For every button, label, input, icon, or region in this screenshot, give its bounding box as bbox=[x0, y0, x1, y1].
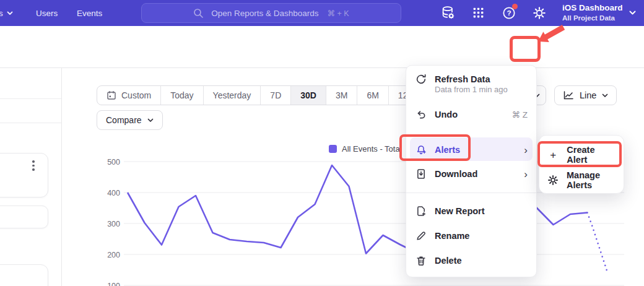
svg-text:500: 500 bbox=[107, 158, 120, 167]
menu-item-label: Create Alert bbox=[567, 145, 616, 165]
nav-item-events[interactable]: Events bbox=[77, 0, 102, 26]
refresh-icon bbox=[415, 74, 427, 85]
legend-swatch bbox=[329, 145, 337, 153]
svg-text:?: ? bbox=[507, 9, 511, 17]
pencil-icon bbox=[415, 230, 427, 241]
chart-type-button[interactable]: Line bbox=[554, 85, 617, 105]
chevron-down-icon bbox=[629, 11, 636, 15]
apps-grid-icon[interactable] bbox=[471, 6, 485, 20]
nav-item-users[interactable]: Users bbox=[36, 0, 58, 26]
data-management-icon[interactable] bbox=[441, 6, 455, 20]
date-range-3m[interactable]: 3M bbox=[326, 86, 357, 105]
menu-item-download[interactable]: Download › bbox=[406, 165, 536, 183]
undo-shortcut: ⌘ Z bbox=[512, 110, 528, 119]
nav-clipped-label: s bbox=[0, 9, 3, 18]
legend-label: All Events - Total bbox=[342, 144, 402, 154]
undo-icon bbox=[415, 109, 427, 120]
line-chart-icon bbox=[563, 90, 574, 100]
menu-item-label: Rename bbox=[435, 231, 469, 241]
search-shortcut: ⌘ + K bbox=[328, 9, 349, 18]
calendar-icon bbox=[107, 90, 116, 100]
kebab-menu-icon[interactable] bbox=[32, 160, 35, 171]
date-range-label: Yesterday bbox=[213, 90, 251, 100]
date-range-custom[interactable]: Custom bbox=[97, 86, 160, 105]
report-options-menu: Refresh Data Data from 1 min ago Undo ⌘ … bbox=[406, 65, 537, 277]
submenu-item-create-alert[interactable]: + Create Alert bbox=[539, 146, 624, 163]
date-range-label: 6M bbox=[367, 90, 378, 100]
chevron-down-icon bbox=[147, 118, 154, 123]
chevron-down-icon bbox=[7, 11, 13, 15]
nav-users-label: Users bbox=[36, 9, 58, 18]
menu-item-alerts[interactable]: Alerts › bbox=[406, 141, 536, 158]
menu-item-delete[interactable]: Delete bbox=[406, 252, 536, 269]
menu-item-label: Download bbox=[435, 169, 477, 179]
sidebar-card[interactable] bbox=[0, 206, 48, 228]
date-range-label: Today bbox=[170, 90, 193, 100]
help-icon[interactable]: ? bbox=[502, 6, 516, 20]
navbar-icon-group: ? bbox=[441, 6, 546, 20]
trash-icon bbox=[415, 255, 427, 266]
date-range-7d[interactable]: 7D bbox=[260, 86, 290, 105]
settings-gear-icon[interactable] bbox=[532, 6, 546, 20]
bell-plus-icon bbox=[415, 144, 427, 155]
date-range-label: 30D bbox=[300, 90, 316, 100]
compare-button[interactable]: Compare bbox=[97, 110, 163, 130]
date-range-label: 7D bbox=[270, 90, 281, 100]
chevron-down-icon bbox=[602, 93, 608, 98]
menu-divider bbox=[406, 193, 536, 193]
sidebar-divider bbox=[0, 123, 61, 123]
submenu-item-manage-alerts[interactable]: Manage Alerts bbox=[539, 171, 624, 189]
menu-item-label: New Report bbox=[435, 206, 485, 216]
sidebar-divider bbox=[0, 98, 61, 99]
date-range-label: 3M bbox=[336, 90, 347, 100]
date-range-label: Custom bbox=[121, 90, 151, 100]
svg-text:400: 400 bbox=[107, 189, 120, 197]
date-range-picker: Custom Today Yesterday 7D 30D 3M 6M 12M bbox=[97, 85, 425, 105]
project-scope: All Project Data bbox=[562, 14, 623, 22]
download-file-icon bbox=[415, 168, 427, 180]
chevron-right-icon: › bbox=[524, 169, 528, 180]
menu-item-label: Alerts bbox=[435, 145, 460, 155]
menu-item-new-report[interactable]: New Report bbox=[406, 202, 536, 220]
chart-legend: All Events - Total bbox=[329, 144, 402, 154]
plus-icon: + bbox=[547, 150, 559, 160]
nav-events-label: Events bbox=[77, 9, 102, 18]
date-range-30d[interactable]: 30D bbox=[290, 86, 326, 105]
svg-text:300: 300 bbox=[107, 220, 120, 228]
menu-item-label: Delete bbox=[435, 256, 462, 266]
chevron-right-icon: › bbox=[524, 145, 528, 155]
gear-icon bbox=[547, 175, 559, 186]
menu-item-undo[interactable]: Undo ⌘ Z bbox=[406, 106, 536, 123]
report-header bbox=[0, 26, 644, 68]
date-range-yesterday[interactable]: Yesterday bbox=[203, 86, 261, 105]
project-name: iOS Dashboard bbox=[562, 3, 623, 14]
date-range-today[interactable]: Today bbox=[160, 86, 202, 105]
notification-badge bbox=[512, 4, 518, 9]
search-icon bbox=[193, 8, 204, 19]
menu-item-label: Manage Alerts bbox=[567, 170, 616, 190]
refresh-data-freshness: Data from 1 min ago bbox=[435, 85, 508, 94]
search-placeholder: Open Reports & Dashboards bbox=[211, 9, 318, 18]
date-range-6m[interactable]: 6M bbox=[357, 86, 388, 105]
global-search-input[interactable]: Open Reports & Dashboards ⌘ + K bbox=[141, 3, 401, 23]
compare-label: Compare bbox=[106, 115, 142, 125]
sidebar-card[interactable] bbox=[0, 264, 48, 286]
nav-item-clipped[interactable]: s bbox=[0, 0, 13, 26]
menu-item-rename[interactable]: Rename bbox=[406, 227, 536, 245]
chart-type-label: Line bbox=[580, 90, 596, 100]
app-window: s Users Events Open Reports & Dashboards… bbox=[0, 0, 644, 286]
new-report-icon bbox=[415, 206, 427, 217]
menu-item-label: Refresh Data bbox=[435, 74, 490, 84]
top-navbar: s Users Events Open Reports & Dashboards… bbox=[0, 0, 644, 26]
sidebar-border bbox=[61, 68, 62, 286]
alerts-submenu: + Create Alert Manage Alerts bbox=[539, 135, 624, 194]
svg-text:100: 100 bbox=[107, 282, 120, 286]
svg-text:200: 200 bbox=[107, 251, 120, 259]
menu-item-label: Undo bbox=[435, 110, 458, 119]
project-switcher[interactable]: iOS Dashboard All Project Data bbox=[562, 2, 639, 24]
sidebar-card[interactable] bbox=[0, 153, 48, 197]
